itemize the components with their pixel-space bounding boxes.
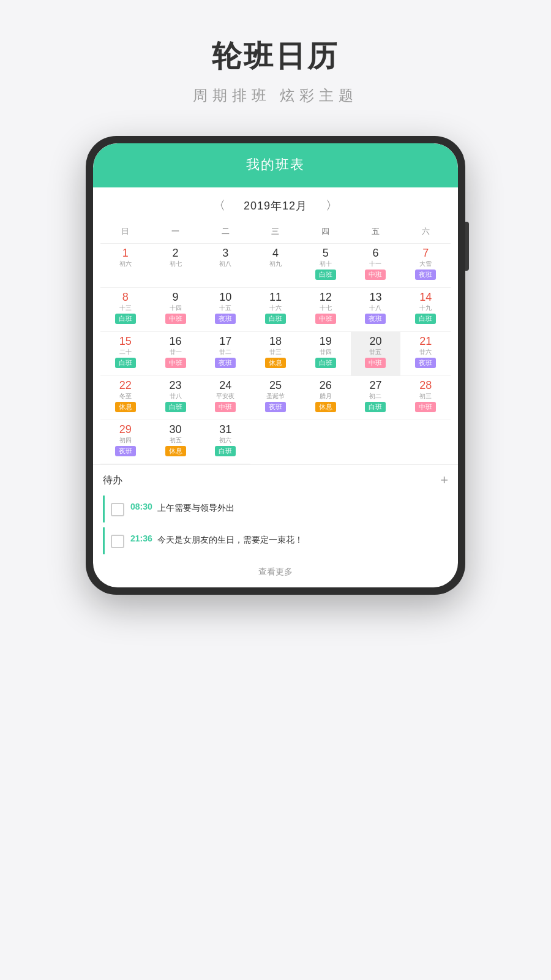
shift-badge: 夜班	[415, 270, 436, 280]
todo-item-1[interactable]: 21:36今天是女朋友的生日，需要定一束花！	[103, 527, 448, 554]
lunar-text: 廿二	[219, 349, 231, 356]
day-number: 16	[170, 334, 182, 349]
lunar-text: 初二	[369, 393, 381, 400]
todo-checkbox[interactable]	[111, 503, 124, 516]
shift-badge: 夜班	[215, 314, 236, 324]
page-title: 轮班日历	[212, 37, 339, 76]
lunar-text: 十五	[219, 304, 231, 312]
day-cell-14[interactable]: 14十九白班	[400, 288, 451, 332]
lunar-text: 廿一	[170, 349, 182, 356]
lunar-text: 平安夜	[216, 393, 234, 400]
day-number: 2	[173, 246, 179, 260]
day-number: 11	[269, 290, 282, 304]
lunar-text: 廿五	[369, 349, 381, 356]
lunar-text: 圣诞节	[266, 393, 285, 400]
day-cell-31[interactable]: 31初六白班	[200, 420, 250, 464]
todo-title: 待办	[103, 474, 122, 487]
shift-badge: 休息	[165, 446, 186, 456]
shift-badge: 中班	[415, 402, 436, 412]
day-number: 25	[269, 379, 282, 393]
day-cell-25[interactable]: 25圣诞节夜班	[250, 376, 301, 420]
day-number: 12	[320, 290, 332, 304]
day-cell-30[interactable]: 30初五休息	[151, 420, 201, 464]
day-cell-8[interactable]: 8十三白班	[100, 288, 151, 332]
shift-badge: 白班	[115, 358, 136, 368]
day-cell-21[interactable]: 21廿六夜班	[400, 332, 451, 376]
day-number: 21	[419, 334, 432, 349]
day-number: 30	[170, 423, 182, 437]
day-cell-9[interactable]: 9十四中班	[151, 288, 201, 332]
weekday-row: 日一二三四五六	[100, 220, 451, 244]
shift-badge: 休息	[265, 358, 286, 368]
lunar-text: 廿四	[320, 349, 332, 356]
lunar-text: 十七	[320, 304, 332, 312]
lunar-text: 初七	[170, 260, 182, 268]
day-cell-11[interactable]: 11十六白班	[250, 288, 301, 332]
day-cell-6[interactable]: 6十一中班	[351, 244, 401, 288]
todo-more-button[interactable]: 查看更多	[103, 559, 448, 587]
day-cell-15[interactable]: 15二十白班	[100, 332, 151, 376]
phone-frame: 我的班表 〈 2019年12月 〉 日一二三四五六 1初六2初七3初八4初九5初…	[86, 136, 465, 595]
todo-list: 08:30上午需要与领导外出21:36今天是女朋友的生日，需要定一束花！	[103, 496, 448, 554]
day-number: 6	[372, 246, 378, 260]
day-number: 1	[122, 246, 129, 260]
day-number: 18	[269, 334, 282, 349]
weekday-cell-日: 日	[100, 224, 151, 239]
day-cell-27[interactable]: 27初二白班	[351, 376, 401, 420]
day-cell-28[interactable]: 28初三中班	[400, 376, 451, 420]
shift-badge: 中班	[165, 314, 186, 324]
shift-badge: 休息	[315, 402, 336, 412]
day-cell-26[interactable]: 26腊月休息	[301, 376, 351, 420]
day-cell-23[interactable]: 23廿八白班	[151, 376, 201, 420]
lunar-text: 冬至	[119, 393, 132, 400]
day-cell-29[interactable]: 29初四夜班	[100, 420, 151, 464]
prev-month-button[interactable]: 〈	[207, 197, 231, 214]
shift-badge: 白班	[315, 358, 336, 368]
day-number: 19	[320, 334, 332, 349]
day-cell-20[interactable]: 20廿五中班	[351, 332, 401, 376]
day-number: 8	[122, 290, 129, 304]
day-number: 14	[419, 290, 432, 304]
shift-badge: 夜班	[415, 358, 436, 368]
day-cell-24[interactable]: 24平安夜中班	[200, 376, 250, 420]
app-header-title: 我的班表	[246, 157, 305, 172]
weekday-cell-五: 五	[351, 224, 401, 239]
lunar-text: 初六	[119, 260, 132, 268]
weekday-cell-六: 六	[400, 224, 451, 239]
day-cell-10[interactable]: 10十五夜班	[200, 288, 250, 332]
day-number: 31	[219, 423, 231, 437]
day-number: 28	[419, 379, 432, 393]
day-cell-13[interactable]: 13十八夜班	[351, 288, 401, 332]
shift-badge: 中班	[315, 314, 336, 324]
shift-badge: 休息	[115, 402, 136, 412]
day-number: 5	[323, 246, 329, 260]
lunar-text: 初五	[170, 437, 182, 444]
day-cell-3[interactable]: 3初八	[200, 244, 250, 288]
day-number: 27	[369, 379, 381, 393]
day-cell-4[interactable]: 4初九	[250, 244, 301, 288]
todo-header: 待办 +	[103, 465, 448, 496]
shift-badge: 夜班	[265, 402, 286, 412]
shift-badge: 夜班	[365, 314, 386, 324]
day-cell-12[interactable]: 12十七中班	[301, 288, 351, 332]
lunar-text: 十八	[369, 304, 381, 312]
todo-checkbox[interactable]	[111, 535, 124, 548]
day-cell-1[interactable]: 1初六	[100, 244, 151, 288]
day-cell-16[interactable]: 16廿一中班	[151, 332, 201, 376]
next-month-button[interactable]: 〉	[320, 197, 344, 214]
day-cell-18[interactable]: 18廿三休息	[250, 332, 301, 376]
lunar-text: 初六	[219, 437, 231, 444]
shift-badge: 白班	[215, 446, 236, 456]
day-number: 15	[119, 334, 132, 349]
todo-item-0[interactable]: 08:30上午需要与领导外出	[103, 496, 448, 522]
shift-badge: 白班	[365, 402, 386, 412]
day-cell-17[interactable]: 17廿二夜班	[200, 332, 250, 376]
day-cell-2[interactable]: 2初七	[151, 244, 201, 288]
day-cell-22[interactable]: 22冬至休息	[100, 376, 151, 420]
day-cell-7[interactable]: 7大雪夜班	[400, 244, 451, 288]
lunar-text: 二十	[119, 349, 132, 356]
day-cell-5[interactable]: 5初十白班	[301, 244, 351, 288]
day-cell-19[interactable]: 19廿四白班	[301, 332, 351, 376]
weekday-cell-一: 一	[151, 224, 201, 239]
todo-add-button[interactable]: +	[440, 472, 448, 488]
